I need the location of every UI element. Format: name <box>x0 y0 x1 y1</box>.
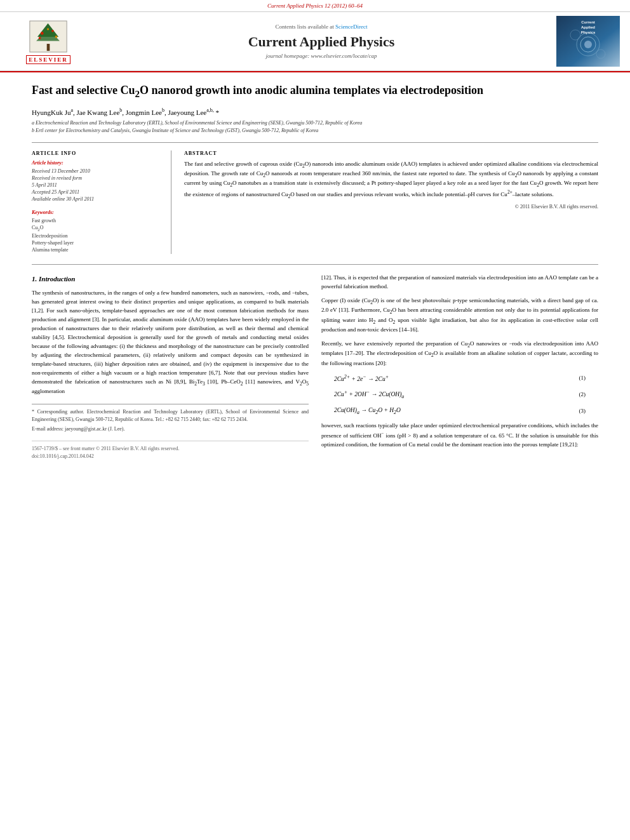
affiliation-a: a Electrochemical Reaction and Technolog… <box>32 119 598 127</box>
history-received: Received 13 December 2010 <box>32 168 161 174</box>
abstract-title: ABSTRACT <box>184 150 598 156</box>
history-revised-date: 5 April 2011 <box>32 182 161 188</box>
svg-point-6 <box>47 28 49 30</box>
equation-3-text: 2Cu(OH)a → Cu2O + H2O <box>334 406 401 417</box>
keyword-2: Cu2O <box>32 225 161 232</box>
svg-point-7 <box>39 36 41 39</box>
equation-1-text: 2Cu2+ + 2e− → 2Cu+ <box>334 373 389 383</box>
sciencedirect-info: Contents lists available at ScienceDirec… <box>86 23 556 30</box>
keyword-1: Fast growth <box>32 218 161 223</box>
synthesized-word: synthesized <box>274 352 301 358</box>
sciencedirect-link[interactable]: ScienceDirect <box>335 23 367 30</box>
right-column: [12]. Thus, it is expected that the prep… <box>321 274 598 460</box>
svg-text:Physics: Physics <box>581 30 596 34</box>
footnote-corresponding: * Corresponding author. Electrochemical … <box>32 408 309 423</box>
banner-center: Contents lists available at ScienceDirec… <box>86 23 556 59</box>
journal-banner: ELSEVIER Contents lists available at Sci… <box>0 11 630 71</box>
intro-paragraph-1: The synthesis of nanostructures, in the … <box>32 289 309 396</box>
history-online: Available online 30 April 2011 <box>32 196 161 202</box>
elsevier-tree-icon <box>29 19 67 54</box>
svg-point-8 <box>55 36 58 38</box>
equation-1-number: (1) <box>579 374 586 383</box>
authors-line: HyungKuk Jua, Jae Kwang Leeb, Jongmin Le… <box>32 107 598 116</box>
affiliation-b: b Ertl center for Electrochemistry and C… <box>32 127 598 135</box>
footer-info: 1567-1739/$ – see front matter © 2011 El… <box>32 441 309 460</box>
right-paragraph-2: Copper (I) oxide (Cu2O) is one of the be… <box>321 297 598 335</box>
cover-image-icon: Current Applied Physics <box>556 16 620 67</box>
right-paragraph-after-eq: however, such reactions typically take p… <box>321 422 598 450</box>
svg-rect-1 <box>47 44 50 51</box>
svg-text:Current: Current <box>581 20 595 24</box>
history-label: Article history: <box>32 160 161 166</box>
equation-2-number: (2) <box>579 390 586 399</box>
journal-homepage: journal homepage: www.elsevier.com/locat… <box>86 53 556 59</box>
keywords-section: Keywords: Fast growth Cu2O Electrodeposi… <box>32 210 161 253</box>
journal-cover-image: Current Applied Physics <box>556 16 620 67</box>
keyword-5: Alumina template <box>32 247 161 253</box>
journal-title-banner: Current Applied Physics <box>86 34 556 50</box>
right-paragraph-3: Recently, we have extensively reported t… <box>321 340 598 368</box>
equation-3: 2Cu(OH)a → Cu2O + H2O (3) <box>334 406 586 417</box>
keyword-3: Electrodeposition <box>32 233 161 239</box>
left-column: 1. Introduction The synthesis of nanostr… <box>32 274 309 460</box>
equation-3-number: (3) <box>579 407 586 416</box>
history-accepted: Accepted 25 April 2011 <box>32 189 161 195</box>
elsevier-label: ELSEVIER <box>26 55 70 64</box>
svg-point-4 <box>41 32 44 35</box>
page-content: Fast and selective Cu2O nanorod growth i… <box>0 72 630 470</box>
affiliations: a Electrochemical Reaction and Technolog… <box>32 119 598 135</box>
svg-point-5 <box>51 29 54 32</box>
main-body: 1. Introduction The synthesis of nanostr… <box>32 274 598 460</box>
paper-title: Fast and selective Cu2O nanorod growth i… <box>32 83 598 101</box>
journal-citation: Current Applied Physics 12 (2012) 60–64 <box>267 3 363 9</box>
footer-issn: 1567-1739/$ – see front matter © 2011 El… <box>32 445 309 453</box>
article-info-abstract: ARTICLE INFO Article history: Received 1… <box>32 142 598 254</box>
footnote-email: E-mail address: jaeyoung@gist.ac.kr (J. … <box>32 425 309 433</box>
history-revised-label: Received in revised form <box>32 175 161 181</box>
abstract-section: ABSTRACT The fast and selective growth o… <box>184 150 598 254</box>
equation-2-text: 2Cu+ + 2OH− → 2Cu(OH)a <box>334 389 404 401</box>
journal-header: Current Applied Physics 12 (2012) 60–64 <box>0 0 630 72</box>
abstract-copyright: © 2011 Elsevier B.V. All rights reserved… <box>184 204 598 210</box>
section1-heading: 1. Introduction <box>32 274 309 284</box>
keyword-4: Pottery-shaped layer <box>32 240 161 246</box>
equation-2: 2Cu+ + 2OH− → 2Cu(OH)a (2) <box>334 389 586 401</box>
right-paragraph-1: [12]. Thus, it is expected that the prep… <box>321 274 598 291</box>
svg-point-13 <box>584 41 592 48</box>
equation-1: 2Cu2+ + 2e− → 2Cu+ (1) <box>334 373 586 383</box>
elsevier-logo: ELSEVIER <box>26 19 70 64</box>
banner-left: ELSEVIER <box>10 19 86 64</box>
svg-text:Applied: Applied <box>581 25 595 29</box>
footnotes: * Corresponding author. Electrochemical … <box>32 404 309 433</box>
abstract-text: The fast and selective growth of cuprous… <box>184 160 598 200</box>
footer-doi: doi:10.1016/j.cap.2011.04.042 <box>32 453 309 460</box>
keywords-label: Keywords: <box>32 210 161 215</box>
article-info-title: ARTICLE INFO <box>32 150 161 156</box>
journal-top-bar: Current Applied Physics 12 (2012) 60–64 <box>0 3 630 9</box>
article-info-section: ARTICLE INFO Article history: Received 1… <box>32 150 171 254</box>
section-divider <box>32 264 598 265</box>
